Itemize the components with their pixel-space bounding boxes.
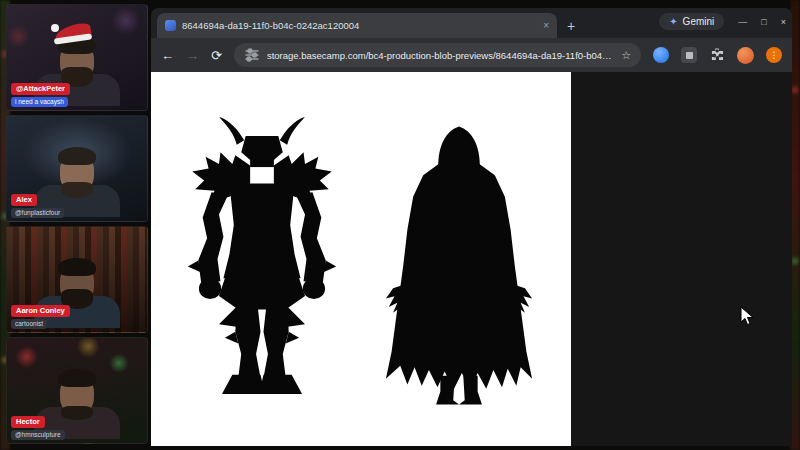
tab-close-icon[interactable]: ×	[543, 20, 549, 31]
browser-window: 8644694a-da19-11f0-b04c-0242ac120004 × +…	[151, 8, 792, 446]
participant-tag-badge: i need a vacaysh	[11, 97, 68, 108]
maximize-button[interactable]: □	[761, 17, 766, 27]
extension-icon-blue[interactable]	[653, 47, 669, 63]
video-tile-alex: Alex @funplasticfour	[6, 115, 148, 222]
profile-avatar[interactable]	[737, 47, 754, 64]
participant-name-badge: @AttackPeter	[11, 83, 70, 96]
mouse-cursor	[740, 306, 754, 330]
video-tile-aaron-conley: Aaron Conley cartoonist	[6, 226, 148, 333]
bookmark-star-icon[interactable]: ☆	[621, 49, 631, 62]
tune-icon[interactable]	[244, 47, 260, 63]
new-tab-button[interactable]: +	[567, 18, 575, 34]
browser-tab[interactable]: 8644694a-da19-11f0-b04c-0242ac120004 ×	[157, 13, 557, 38]
extensions-puzzle-icon[interactable]	[709, 47, 725, 63]
gemini-button[interactable]: ✦ Gemini	[659, 13, 724, 30]
participant-list: @AttackPeter i need a vacaysh Alex @funp…	[6, 4, 148, 444]
preview-canvas	[151, 72, 571, 446]
back-button[interactable]: ←	[161, 48, 174, 63]
gemini-label: Gemini	[683, 16, 715, 27]
silhouette-armored-figure	[173, 82, 351, 442]
browser-menu-button[interactable]: ⋮	[766, 47, 782, 63]
participant-name-badge: Hector	[11, 416, 45, 429]
minimize-button[interactable]: —	[738, 17, 747, 27]
video-tile-attackpeter: @AttackPeter i need a vacaysh	[6, 4, 148, 111]
page-content	[151, 72, 792, 446]
participant-tag-badge: @funplasticfour	[11, 208, 64, 219]
tab-favicon-icon	[165, 20, 176, 31]
video-tile-hector: Hector @hmnsculpture	[6, 337, 148, 444]
tab-title: 8644694a-da19-11f0-b04c-0242ac120004	[182, 20, 537, 31]
browser-toolbar: ← → ⟳ storage.basecamp.com/bc4-productio…	[151, 38, 792, 72]
url-text: storage.basecamp.com/bc4-production-blob…	[267, 50, 614, 61]
reload-button[interactable]: ⟳	[211, 48, 222, 63]
sparkle-icon: ✦	[669, 16, 677, 27]
tab-bar: 8644694a-da19-11f0-b04c-0242ac120004 × +…	[151, 8, 792, 38]
preview-background	[571, 72, 792, 446]
address-bar[interactable]: storage.basecamp.com/bc4-production-blob…	[234, 43, 641, 67]
participant-tag-badge: cartoonist	[11, 319, 47, 330]
participant-name-badge: Alex	[11, 194, 37, 207]
participant-name-badge: Aaron Conley	[11, 305, 70, 318]
participant-tag-badge: @hmnsculpture	[11, 430, 65, 441]
extension-icon-dark[interactable]	[681, 47, 697, 63]
forward-button[interactable]: →	[186, 48, 199, 63]
silhouette-cloaked-figure	[373, 86, 545, 442]
close-window-button[interactable]: ×	[781, 17, 786, 27]
